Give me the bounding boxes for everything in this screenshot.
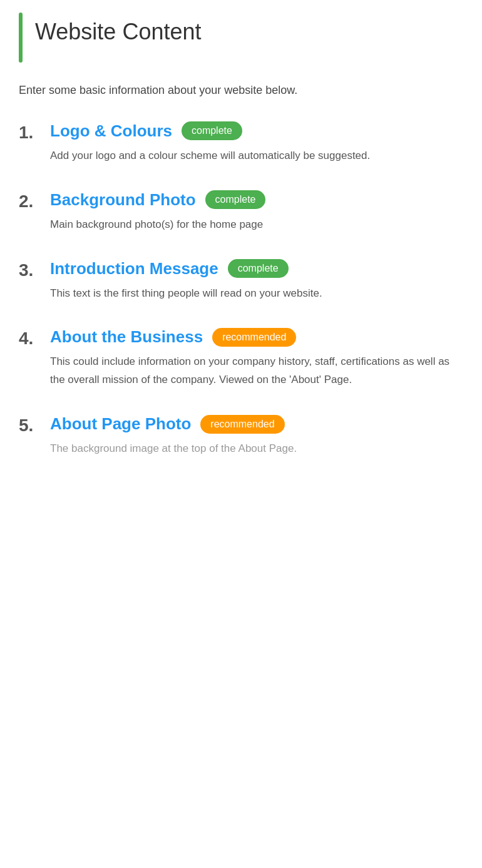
item-title-row: Logo & Colourscomplete <box>50 121 463 141</box>
item-title-row: About the Businessrecommended <box>50 327 463 347</box>
badge-complete: complete <box>228 259 289 278</box>
item-content: About Page PhotorecommendedThe backgroun… <box>50 414 463 458</box>
item-title-3[interactable]: Introduction Message <box>50 259 218 278</box>
item-description: The background image at the top of the A… <box>50 440 463 458</box>
badge-complete: complete <box>182 121 242 140</box>
badge-complete: complete <box>205 190 266 209</box>
list-item: 5.About Page PhotorecommendedThe backgro… <box>19 414 463 458</box>
item-description: This text is the first thing people will… <box>50 285 463 303</box>
page-header: Website Content <box>19 13 463 63</box>
intro-text: Enter some basic information about your … <box>19 81 463 100</box>
item-title-2[interactable]: Background Photo <box>50 190 196 210</box>
item-description: Add your logo and a colour scheme will a… <box>50 147 463 165</box>
item-number: 1. <box>19 121 50 143</box>
list-item: 2.Background PhotocompleteMain backgroun… <box>19 190 463 234</box>
item-content: Introduction MessagecompleteThis text is… <box>50 259 463 303</box>
item-number: 3. <box>19 259 50 280</box>
content-items-list: 1.Logo & ColourscompleteAdd your logo an… <box>19 121 463 458</box>
item-description: Main background photo(s) for the home pa… <box>50 216 463 234</box>
item-number: 2. <box>19 190 50 212</box>
badge-recommended: recommended <box>200 415 284 434</box>
item-number: 4. <box>19 327 50 349</box>
item-content: Background PhotocompleteMain background … <box>50 190 463 234</box>
item-number: 5. <box>19 414 50 436</box>
badge-recommended: recommended <box>212 328 296 347</box>
list-item: 4.About the BusinessrecommendedThis coul… <box>19 327 463 389</box>
item-title-5[interactable]: About Page Photo <box>50 414 191 434</box>
list-item: 3.Introduction MessagecompleteThis text … <box>19 259 463 303</box>
item-title-row: About Page Photorecommended <box>50 414 463 434</box>
page-container: Website Content Enter some basic informa… <box>0 0 482 868</box>
item-description: This could include information on your c… <box>50 353 463 389</box>
item-content: About the BusinessrecommendedThis could … <box>50 327 463 389</box>
green-accent-bar <box>19 13 23 63</box>
item-content: Logo & ColourscompleteAdd your logo and … <box>50 121 463 165</box>
item-title-row: Background Photocomplete <box>50 190 463 210</box>
item-title-1[interactable]: Logo & Colours <box>50 121 172 141</box>
item-title-row: Introduction Messagecomplete <box>50 259 463 278</box>
page-title: Website Content <box>35 13 201 63</box>
item-title-4[interactable]: About the Business <box>50 327 203 347</box>
list-item: 1.Logo & ColourscompleteAdd your logo an… <box>19 121 463 165</box>
